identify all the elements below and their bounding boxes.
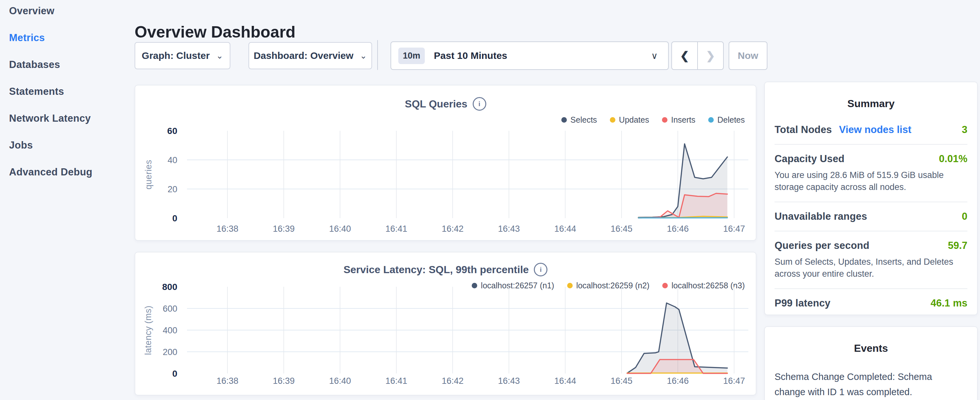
- svg-text:16:39: 16:39: [273, 376, 295, 386]
- summary-row-queries-per-second: Queries per second 59.7: [775, 240, 967, 252]
- summary-value: 0.01%: [939, 153, 967, 165]
- svg-text:16:47: 16:47: [723, 376, 745, 386]
- svg-text:16:42: 16:42: [442, 224, 464, 234]
- view-nodes-list-link[interactable]: View nodes list: [839, 124, 911, 135]
- svg-text:0: 0: [172, 369, 177, 379]
- summary-label: P99 latency: [775, 297, 830, 309]
- time-window-badge: 10m: [398, 48, 425, 64]
- svg-text:200: 200: [163, 347, 177, 357]
- sql-queries-chart-card: SQL Queries i SelectsUpdatesInsertsDelet…: [135, 85, 756, 241]
- svg-text:400: 400: [163, 325, 177, 335]
- svg-text:16:46: 16:46: [667, 376, 689, 386]
- summary-description: Sum of Selects, Updates, Inserts, and De…: [775, 256, 959, 280]
- events-title: Events: [775, 343, 967, 354]
- sidebar-item-advanced-debug[interactable]: Advanced Debug: [9, 166, 135, 193]
- summary-label: Unavailable ranges: [775, 211, 867, 222]
- summary-row-capacity-used: Capacity Used 0.01%: [775, 153, 967, 165]
- svg-text:0: 0: [172, 213, 177, 223]
- sidebar-item-statements[interactable]: Statements: [9, 86, 135, 113]
- summary-title: Summary: [775, 98, 967, 110]
- sidebar-item-metrics[interactable]: Metrics: [9, 32, 135, 59]
- time-window-label: Past 10 Minutes: [434, 50, 651, 61]
- svg-text:16:38: 16:38: [216, 376, 239, 386]
- svg-text:16:46: 16:46: [667, 224, 689, 234]
- svg-text:16:41: 16:41: [385, 376, 407, 386]
- events-panel: Events Schema Change Completed: Schema c…: [764, 326, 978, 400]
- svg-text:16:40: 16:40: [329, 224, 351, 234]
- summary-value: 3: [962, 124, 967, 135]
- summary-value: 46.1 ms: [931, 297, 967, 309]
- chevron-down-icon: ⌄: [360, 51, 367, 60]
- chevron-down-icon: ∨: [651, 51, 658, 61]
- summary-panel: Summary Total Nodes View nodes list 3 Ca…: [764, 81, 978, 315]
- summary-row-total-nodes: Total Nodes View nodes list 3: [775, 124, 967, 135]
- svg-text:16:45: 16:45: [611, 376, 633, 386]
- svg-text:16:43: 16:43: [498, 376, 520, 386]
- svg-text:60: 60: [167, 126, 177, 136]
- divider: [775, 288, 967, 289]
- sidebar-item-overview[interactable]: Overview: [9, 5, 135, 32]
- svg-text:16:47: 16:47: [723, 224, 745, 234]
- summary-description: You are using 28.6 MiB of 515.9 GiB usab…: [775, 169, 959, 193]
- svg-text:20: 20: [168, 185, 177, 194]
- dashboard-dropdown[interactable]: Dashboard: Overview ⌄: [248, 42, 372, 69]
- summary-label: Capacity Used: [775, 153, 845, 165]
- graph-node-dropdown-label: Graph: Cluster: [142, 50, 210, 61]
- service-latency-chart-card: Service Latency: SQL, 99th percentile i …: [135, 252, 756, 395]
- sidebar-item-databases[interactable]: Databases: [9, 59, 135, 86]
- summary-row-p99-latency: P99 latency 46.1 ms: [775, 297, 967, 309]
- divider: [775, 202, 967, 202]
- next-time-window-button[interactable]: ❯: [698, 42, 723, 69]
- svg-text:16:45: 16:45: [611, 224, 633, 234]
- service-latency-plot[interactable]: 16:3816:3916:4016:4116:4216:4316:4416:45…: [135, 252, 757, 396]
- dashboard-dropdown-label: Dashboard: Overview: [254, 50, 353, 61]
- summary-value: 0: [962, 211, 967, 222]
- event-message[interactable]: Schema Change Completed: Schema change w…: [775, 369, 936, 400]
- prev-time-window-button[interactable]: ❮: [672, 42, 698, 69]
- sidebar-item-network-latency[interactable]: Network Latency: [9, 113, 135, 139]
- svg-text:600: 600: [163, 304, 177, 314]
- sidebar-item-jobs[interactable]: Jobs: [9, 139, 135, 166]
- summary-label: Total Nodes: [775, 124, 832, 135]
- sql-queries-plot[interactable]: 16:3816:3916:4016:4116:4216:4316:4416:45…: [135, 85, 757, 241]
- svg-text:800: 800: [162, 282, 177, 292]
- chevron-down-icon: ⌄: [216, 51, 223, 60]
- summary-label: Queries per second: [775, 240, 869, 252]
- toolbar-divider: [377, 40, 378, 70]
- time-step-buttons: ❮ ❯: [671, 41, 724, 70]
- time-range-picker[interactable]: 10m Past 10 Minutes ∨: [390, 41, 669, 70]
- page-title: Overview Dashboard: [135, 23, 295, 41]
- svg-text:40: 40: [168, 155, 177, 165]
- summary-row-unavailable-ranges: Unavailable ranges 0: [775, 211, 967, 222]
- divider: [775, 144, 967, 145]
- graph-node-dropdown[interactable]: Graph: Cluster ⌄: [135, 42, 231, 69]
- now-button[interactable]: Now: [729, 41, 767, 70]
- sidebar: Overview Metrics Databases Statements Ne…: [0, 0, 135, 193]
- svg-text:16:44: 16:44: [554, 376, 576, 386]
- summary-value: 59.7: [948, 240, 967, 252]
- divider: [775, 231, 967, 231]
- svg-text:16:39: 16:39: [273, 224, 295, 234]
- svg-text:16:44: 16:44: [554, 224, 576, 234]
- svg-text:16:40: 16:40: [329, 376, 351, 386]
- svg-text:16:42: 16:42: [442, 376, 464, 386]
- metrics-page: Overview Metrics Databases Statements Ne…: [0, 0, 980, 400]
- svg-text:16:38: 16:38: [216, 224, 239, 234]
- svg-text:16:41: 16:41: [385, 224, 407, 234]
- svg-text:16:43: 16:43: [498, 224, 520, 234]
